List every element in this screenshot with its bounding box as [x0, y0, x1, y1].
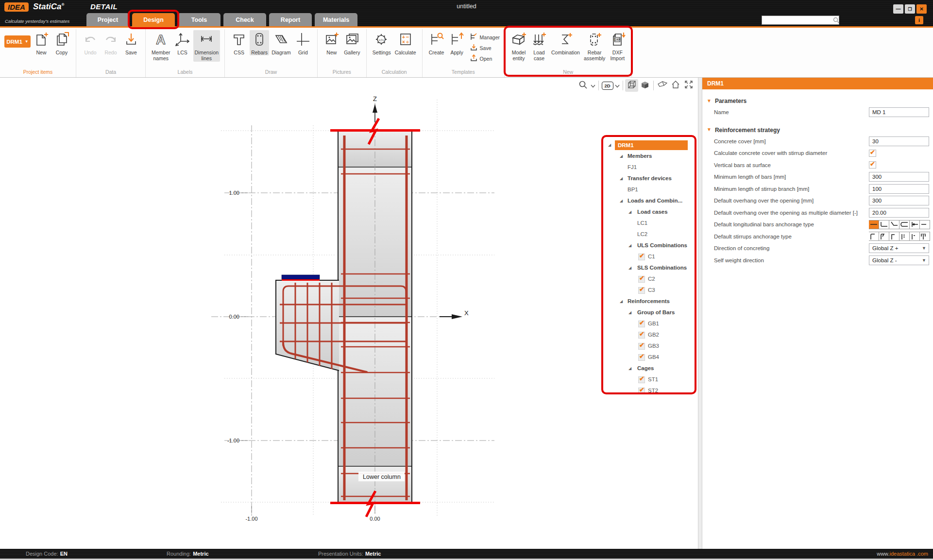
dxf-import-button[interactable]: DXFDXFImport [608, 30, 627, 62]
stirrup-anchorage-option-1[interactable] [869, 232, 879, 241]
tree-item-gb3[interactable]: ✔GB3 [603, 341, 695, 352]
tree-item-c1[interactable]: ✔C1 [603, 252, 695, 263]
search-icon[interactable] [833, 17, 841, 23]
template-create-button[interactable]: Create [427, 30, 446, 55]
rebars-button[interactable]: Rebars [250, 30, 269, 55]
combination-button[interactable]: Combination [550, 30, 581, 55]
tree-item-load-cases[interactable]: ◢Load cases [603, 207, 695, 218]
lcs-button[interactable]: LCS [173, 30, 192, 55]
tree-item-uls-combinations[interactable]: ◢ULS Combinations [603, 240, 695, 252]
tree-checkbox[interactable]: ✔ [638, 376, 645, 383]
expander-icon[interactable]: ◢ [620, 199, 623, 203]
property-checkbox[interactable]: ✔ [869, 161, 876, 169]
solid-view-button[interactable] [638, 79, 651, 92]
tree-checkbox[interactable]: ✔ [638, 276, 645, 283]
home-view-button[interactable] [669, 79, 682, 92]
load-case-button[interactable]: Loadcase [529, 30, 549, 62]
property-input-concrete-cover-mm-[interactable] [869, 136, 929, 146]
tree-item-fj1[interactable]: FJ1 [603, 162, 695, 173]
tree-item-c2[interactable]: ✔C2 [603, 274, 695, 285]
expander-icon[interactable]: ◢ [620, 154, 623, 158]
gallery-button[interactable]: Gallery [342, 30, 362, 55]
css-button[interactable]: CSS [229, 30, 249, 55]
expander-icon[interactable]: ◢ [628, 266, 631, 270]
copy-project-item-button[interactable]: Copy [52, 30, 71, 55]
tree-item-lc1[interactable]: LC1 [603, 218, 695, 229]
minimize-button[interactable]: — [893, 4, 903, 14]
longitudinal-anchorage-option-2[interactable] [879, 220, 889, 229]
grid-button[interactable]: Grid [293, 30, 313, 55]
stirrup-anchorage-option-3[interactable] [889, 232, 899, 241]
template-manager-button[interactable]: Manager [470, 33, 500, 42]
tree-checkbox[interactable]: ✔ [638, 254, 645, 260]
fit-view-button[interactable] [682, 79, 695, 92]
tree-item-sls-combinations[interactable]: ◢SLS Combinations [603, 263, 695, 274]
stirrup-anchorage-option-6[interactable] [919, 232, 930, 241]
tab-report[interactable]: Report [269, 13, 312, 26]
save-button[interactable]: Save [121, 30, 141, 55]
tab-project[interactable]: Project [86, 13, 129, 26]
tree-item-group-of-bars[interactable]: ◢Group of Bars [603, 307, 695, 319]
stirrup-anchorage-option-2[interactable] [879, 232, 889, 241]
tree-item-st2[interactable]: ✔ST2 [603, 386, 695, 394]
template-apply-button[interactable]: Apply [447, 30, 467, 55]
bearing-plate[interactable] [282, 275, 320, 281]
expander-icon[interactable]: ◢ [608, 143, 611, 147]
new-project-item-button[interactable]: New [32, 30, 51, 55]
longitudinal-anchorage-option-4[interactable] [899, 220, 910, 229]
section-collapse-icon[interactable]: ▼ [707, 127, 712, 132]
tree-item-loads-and-combin-[interactable]: ◢Loads and Combin... [603, 196, 695, 207]
tree-checkbox[interactable]: ✔ [638, 287, 645, 294]
property-input-name[interactable] [869, 107, 929, 117]
maximize-button[interactable]: ❐ [905, 4, 915, 14]
picture-new-button[interactable]: New [322, 30, 341, 55]
tree-item-gb2[interactable]: ✔GB2 [603, 330, 695, 341]
search-input[interactable] [762, 17, 833, 24]
longitudinal-anchorage-option-5[interactable] [909, 220, 920, 229]
property-input-default-overhang-over-the-opening-mm-[interactable] [869, 196, 929, 205]
zoom-dropdown-button[interactable] [590, 79, 596, 92]
tab-materials[interactable]: Materials [315, 13, 357, 26]
rebar-assembly-button[interactable]: Rebarassembly [582, 30, 607, 62]
close-button[interactable]: ✕ [916, 4, 927, 14]
panel-splitter[interactable] [698, 78, 702, 549]
diagram-button[interactable]: Diagram [270, 30, 292, 55]
tree-item-transfer-devices[interactable]: ◢Transfer devices [603, 173, 695, 185]
template-save-button[interactable]: Save [470, 43, 500, 52]
property-input-minimum-length-of-stirrup-branch-mm-[interactable] [869, 184, 929, 194]
active-item-dropdown[interactable]: DRM1▼ [4, 35, 31, 48]
view-dropdown-button[interactable] [614, 79, 621, 92]
expander-icon[interactable]: ◢ [628, 311, 631, 315]
tree-item-cages[interactable]: ◢Cages [603, 363, 695, 374]
tree-item-lc2[interactable]: LC2 [603, 229, 695, 240]
stirrup-anchorage-option-4[interactable] [899, 232, 910, 241]
tab-design[interactable]: Design [132, 13, 175, 26]
zoom-tool-button[interactable] [577, 79, 590, 92]
property-input-minimum-length-of-bars-mm-[interactable] [869, 172, 929, 182]
tree-item-bp1[interactable]: BP1 [603, 185, 695, 196]
tree-item-gb1[interactable]: ✔GB1 [603, 319, 695, 330]
section-collapse-icon[interactable]: ▼ [707, 98, 712, 103]
property-select-direction-of-concreting[interactable]: Global Z +▼ [869, 243, 929, 253]
tree-item-drm1[interactable]: ◢DRM1 [603, 140, 695, 151]
longitudinal-anchorage-option-6[interactable] [919, 220, 930, 229]
tree-root-selected[interactable]: DRM1 [615, 140, 688, 150]
tree-item-c3[interactable]: ✔C3 [603, 285, 695, 296]
dimension-lines-button[interactable]: Dimensionlines [193, 30, 221, 62]
tree-item-gb4[interactable]: ✔GB4 [603, 352, 695, 363]
tree-checkbox[interactable]: ✔ [638, 388, 645, 394]
expander-icon[interactable]: ◢ [628, 367, 631, 371]
model-entity-button[interactable]: Modelentity [509, 30, 528, 62]
expander-icon[interactable]: ◢ [628, 210, 631, 214]
stirrup-anchorage-option-5[interactable] [909, 232, 920, 241]
tree-checkbox[interactable]: ✔ [638, 343, 645, 350]
tree-item-members[interactable]: ◢Members [603, 151, 695, 162]
property-input-default-overhang-over-the-opening-as-multiple-diameter-[interactable] [869, 208, 929, 218]
expander-icon[interactable]: ◢ [628, 244, 631, 248]
wireframe-view-button[interactable] [625, 79, 638, 92]
tree-checkbox[interactable]: ✔ [638, 354, 645, 361]
template-open-button[interactable]: Open [470, 54, 500, 63]
view-2d-button[interactable]: 2D [601, 79, 614, 92]
expander-icon[interactable]: ◢ [620, 177, 623, 181]
calculate-button[interactable]: +−×÷Calculate [393, 30, 418, 55]
